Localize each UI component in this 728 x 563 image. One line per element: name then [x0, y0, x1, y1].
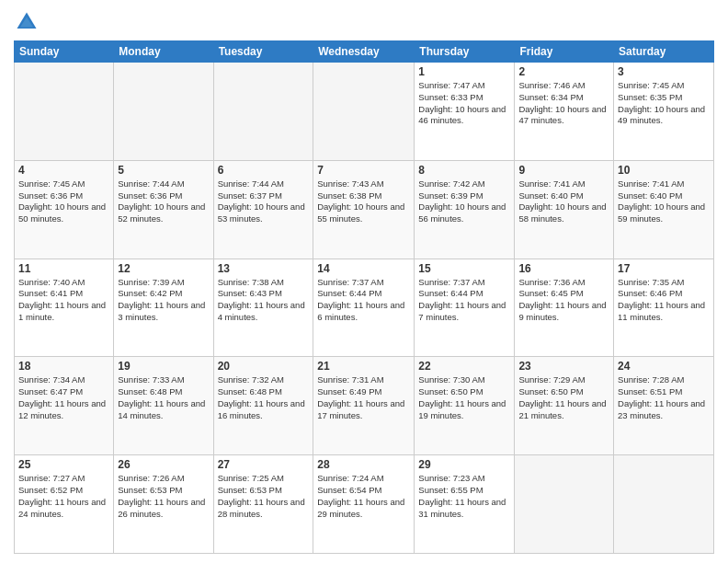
calendar-cell: 19Sunrise: 7:33 AMSunset: 6:48 PMDayligh…	[114, 357, 213, 455]
calendar-cell: 25Sunrise: 7:27 AMSunset: 6:52 PMDayligh…	[15, 455, 114, 554]
day-number: 27	[218, 458, 310, 471]
calendar-cell	[15, 63, 114, 161]
day-number: 6	[218, 164, 310, 177]
day-info: Sunrise: 7:27 AMSunset: 6:52 PMDaylight:…	[18, 473, 109, 520]
day-info: Sunrise: 7:26 AMSunset: 6:53 PMDaylight:…	[118, 473, 209, 520]
day-number: 16	[518, 262, 609, 275]
day-info: Sunrise: 7:43 AMSunset: 6:38 PMDaylight:…	[317, 178, 410, 225]
calendar-cell: 2Sunrise: 7:46 AMSunset: 6:34 PMDaylight…	[515, 63, 614, 161]
calendar-cell	[614, 455, 714, 554]
calendar-cell: 1Sunrise: 7:47 AMSunset: 6:33 PMDaylight…	[415, 63, 515, 161]
day-info: Sunrise: 7:36 AMSunset: 6:45 PMDaylight:…	[518, 277, 609, 324]
day-number: 8	[418, 164, 510, 177]
day-number: 29	[418, 458, 510, 471]
calendar-cell: 5Sunrise: 7:44 AMSunset: 6:36 PMDaylight…	[114, 160, 213, 259]
calendar-cell: 24Sunrise: 7:28 AMSunset: 6:51 PMDayligh…	[614, 357, 714, 455]
calendar-week-row: 25Sunrise: 7:27 AMSunset: 6:52 PMDayligh…	[15, 455, 714, 554]
calendar-cell	[213, 63, 313, 161]
logo	[14, 9, 43, 35]
calendar-cell: 16Sunrise: 7:36 AMSunset: 6:45 PMDayligh…	[515, 259, 614, 357]
calendar-cell: 6Sunrise: 7:44 AMSunset: 6:37 PMDaylight…	[213, 160, 313, 259]
day-info: Sunrise: 7:42 AMSunset: 6:39 PMDaylight:…	[418, 178, 510, 225]
day-number: 20	[218, 360, 310, 373]
day-number: 18	[18, 360, 109, 373]
day-info: Sunrise: 7:39 AMSunset: 6:42 PMDaylight:…	[118, 277, 209, 324]
calendar-header-saturday: Saturday	[614, 41, 714, 63]
day-number: 7	[317, 164, 410, 177]
calendar-cell: 22Sunrise: 7:30 AMSunset: 6:50 PMDayligh…	[415, 357, 515, 455]
calendar-header-sunday: Sunday	[15, 41, 114, 63]
day-info: Sunrise: 7:24 AMSunset: 6:54 PMDaylight:…	[317, 473, 410, 520]
day-number: 1	[418, 65, 510, 78]
day-number: 11	[18, 262, 109, 275]
day-number: 19	[118, 360, 209, 373]
calendar-header-thursday: Thursday	[415, 41, 515, 63]
calendar-header-wednesday: Wednesday	[313, 41, 415, 63]
calendar-header-monday: Monday	[114, 41, 213, 63]
day-number: 9	[518, 164, 609, 177]
day-number: 13	[218, 262, 310, 275]
day-number: 17	[618, 262, 710, 275]
calendar-week-row: 18Sunrise: 7:34 AMSunset: 6:47 PMDayligh…	[15, 357, 714, 455]
calendar-week-row: 1Sunrise: 7:47 AMSunset: 6:33 PMDaylight…	[15, 63, 714, 161]
day-info: Sunrise: 7:38 AMSunset: 6:43 PMDaylight:…	[218, 277, 310, 324]
day-info: Sunrise: 7:31 AMSunset: 6:49 PMDaylight:…	[317, 374, 410, 421]
day-info: Sunrise: 7:37 AMSunset: 6:44 PMDaylight:…	[317, 277, 410, 324]
day-info: Sunrise: 7:41 AMSunset: 6:40 PMDaylight:…	[518, 178, 609, 225]
day-info: Sunrise: 7:30 AMSunset: 6:50 PMDaylight:…	[418, 374, 510, 421]
day-info: Sunrise: 7:35 AMSunset: 6:46 PMDaylight:…	[618, 277, 710, 324]
day-number: 15	[418, 262, 510, 275]
calendar-cell: 20Sunrise: 7:32 AMSunset: 6:48 PMDayligh…	[213, 357, 313, 455]
calendar-cell: 11Sunrise: 7:40 AMSunset: 6:41 PMDayligh…	[15, 259, 114, 357]
day-info: Sunrise: 7:34 AMSunset: 6:47 PMDaylight:…	[18, 374, 109, 421]
day-info: Sunrise: 7:40 AMSunset: 6:41 PMDaylight:…	[18, 277, 109, 324]
day-number: 3	[618, 65, 710, 78]
calendar-cell	[313, 63, 415, 161]
day-number: 14	[317, 262, 410, 275]
day-info: Sunrise: 7:45 AMSunset: 6:35 PMDaylight:…	[618, 80, 710, 127]
day-number: 10	[618, 164, 710, 177]
day-number: 12	[118, 262, 209, 275]
day-number: 26	[118, 458, 209, 471]
day-number: 25	[18, 458, 109, 471]
header	[14, 9, 714, 35]
calendar-cell: 28Sunrise: 7:24 AMSunset: 6:54 PMDayligh…	[313, 455, 415, 554]
calendar-header-tuesday: Tuesday	[213, 41, 313, 63]
day-info: Sunrise: 7:44 AMSunset: 6:37 PMDaylight:…	[218, 178, 310, 225]
day-number: 22	[418, 360, 510, 373]
calendar-cell: 10Sunrise: 7:41 AMSunset: 6:40 PMDayligh…	[614, 160, 714, 259]
day-info: Sunrise: 7:33 AMSunset: 6:48 PMDaylight:…	[118, 374, 209, 421]
day-number: 5	[118, 164, 209, 177]
calendar-week-row: 4Sunrise: 7:45 AMSunset: 6:36 PMDaylight…	[15, 160, 714, 259]
day-info: Sunrise: 7:32 AMSunset: 6:48 PMDaylight:…	[218, 374, 310, 421]
day-info: Sunrise: 7:45 AMSunset: 6:36 PMDaylight:…	[18, 178, 109, 225]
calendar-week-row: 11Sunrise: 7:40 AMSunset: 6:41 PMDayligh…	[15, 259, 714, 357]
calendar-cell: 21Sunrise: 7:31 AMSunset: 6:49 PMDayligh…	[313, 357, 415, 455]
calendar-header-friday: Friday	[515, 41, 614, 63]
calendar-cell: 13Sunrise: 7:38 AMSunset: 6:43 PMDayligh…	[213, 259, 313, 357]
calendar-cell: 15Sunrise: 7:37 AMSunset: 6:44 PMDayligh…	[415, 259, 515, 357]
calendar-cell: 7Sunrise: 7:43 AMSunset: 6:38 PMDaylight…	[313, 160, 415, 259]
day-number: 21	[317, 360, 410, 373]
day-info: Sunrise: 7:28 AMSunset: 6:51 PMDaylight:…	[618, 374, 710, 421]
day-info: Sunrise: 7:41 AMSunset: 6:40 PMDaylight:…	[618, 178, 710, 225]
calendar-cell: 23Sunrise: 7:29 AMSunset: 6:50 PMDayligh…	[515, 357, 614, 455]
day-info: Sunrise: 7:25 AMSunset: 6:53 PMDaylight:…	[218, 473, 310, 520]
calendar-cell: 4Sunrise: 7:45 AMSunset: 6:36 PMDaylight…	[15, 160, 114, 259]
calendar-header-row: SundayMondayTuesdayWednesdayThursdayFrid…	[15, 41, 714, 63]
day-info: Sunrise: 7:46 AMSunset: 6:34 PMDaylight:…	[518, 80, 609, 127]
day-number: 23	[518, 360, 609, 373]
calendar-table: SundayMondayTuesdayWednesdayThursdayFrid…	[14, 40, 714, 554]
day-info: Sunrise: 7:44 AMSunset: 6:36 PMDaylight:…	[118, 178, 209, 225]
calendar-cell: 18Sunrise: 7:34 AMSunset: 6:47 PMDayligh…	[15, 357, 114, 455]
calendar-cell: 27Sunrise: 7:25 AMSunset: 6:53 PMDayligh…	[213, 455, 313, 554]
calendar-cell: 26Sunrise: 7:26 AMSunset: 6:53 PMDayligh…	[114, 455, 213, 554]
day-info: Sunrise: 7:47 AMSunset: 6:33 PMDaylight:…	[418, 80, 510, 127]
page: SundayMondayTuesdayWednesdayThursdayFrid…	[0, 0, 728, 563]
day-number: 2	[518, 65, 609, 78]
calendar-cell: 14Sunrise: 7:37 AMSunset: 6:44 PMDayligh…	[313, 259, 415, 357]
calendar-cell	[515, 455, 614, 554]
day-number: 24	[618, 360, 710, 373]
calendar-cell	[114, 63, 213, 161]
calendar-cell: 8Sunrise: 7:42 AMSunset: 6:39 PMDaylight…	[415, 160, 515, 259]
